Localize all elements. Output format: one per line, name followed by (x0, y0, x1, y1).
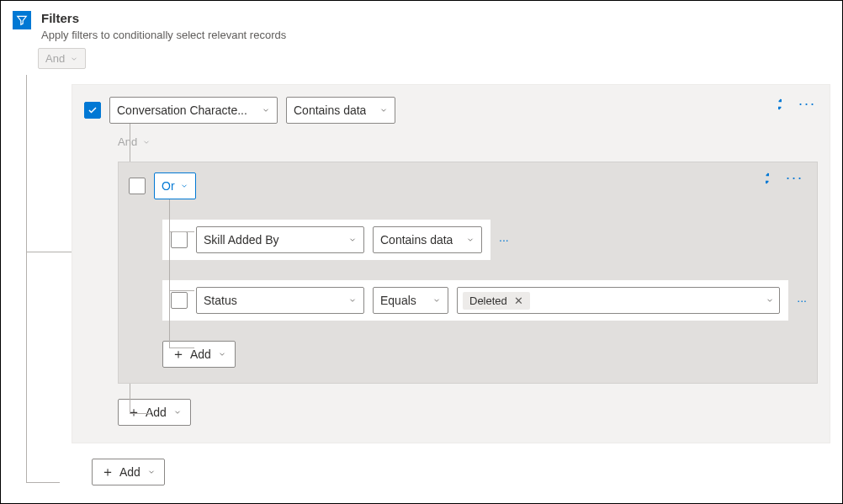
remove-tag-icon[interactable]: ✕ (514, 294, 523, 307)
add-root-button[interactable]: ＋ Add (92, 459, 165, 485)
chevron-down-icon (348, 236, 357, 244)
add-label: Add (146, 406, 167, 419)
field-select-skill-added-by[interactable]: Skill Added By (196, 226, 364, 253)
condition-label: Contains data (294, 103, 366, 117)
page-subtitle: Apply filters to conditionally select re… (41, 29, 286, 41)
condition-checkbox[interactable] (171, 231, 188, 248)
chevron-down-icon (147, 468, 156, 476)
chevron-down-icon (379, 106, 388, 114)
add-label: Add (119, 465, 140, 479)
chevron-down-icon (180, 182, 188, 190)
value-tag-deleted: Deleted ✕ (463, 292, 530, 310)
root-operator-label: And (45, 52, 65, 65)
condition-row: Status Equals Deleted ✕ (162, 280, 788, 321)
more-actions-button[interactable]: ··· (798, 95, 816, 113)
condition-select-equals[interactable]: Equals (373, 287, 448, 314)
chevron-down-icon (262, 106, 270, 114)
condition-row: Skill Added By Contains data (162, 220, 490, 260)
add-label: Add (190, 347, 211, 361)
group-2-operator-dropdown[interactable]: Or (154, 172, 196, 199)
plus-icon: ＋ (101, 464, 114, 481)
field-label: Status (204, 294, 237, 307)
value-select[interactable]: Deleted ✕ (457, 287, 780, 314)
filter-group-2: ··· Or Skill Added By (118, 162, 818, 384)
group-2-checkbox[interactable] (129, 178, 146, 194)
more-actions-button[interactable]: ··· (786, 169, 803, 187)
group-1-checkbox[interactable] (84, 102, 101, 119)
chevron-down-icon (218, 350, 226, 358)
operator-label: And (118, 135, 137, 148)
value-label: Deleted (469, 294, 507, 307)
filter-group-1: ··· Conversation Characte... Contains da… (72, 84, 830, 443)
row-more-actions[interactable]: ··· (797, 294, 807, 307)
condition-select[interactable]: Contains data (373, 226, 482, 253)
field-select-status[interactable]: Status (196, 287, 364, 314)
field-select-conversation[interactable]: Conversation Characte... (109, 97, 278, 124)
page-title: Filters (41, 11, 286, 25)
filter-icon (13, 11, 31, 29)
condition-label: Contains data (380, 233, 453, 247)
chevron-down-icon (70, 55, 78, 63)
field-label: Skill Added By (204, 233, 279, 247)
root-operator-dropdown[interactable]: And (38, 48, 86, 69)
operator-label: Or (162, 179, 175, 193)
chevron-down-icon (142, 138, 151, 146)
collapse-icon[interactable] (773, 98, 787, 111)
chevron-down-icon (348, 296, 357, 305)
chevron-down-icon (432, 296, 441, 305)
collapse-icon[interactable] (761, 172, 774, 185)
condition-label: Equals (380, 294, 416, 307)
group-1-operator-dropdown[interactable]: And (118, 135, 151, 148)
field-label: Conversation Characte... (117, 103, 247, 117)
add-condition-button[interactable]: ＋ Add (162, 341, 236, 368)
condition-select-contains-data[interactable]: Contains data (286, 97, 395, 124)
chevron-down-icon (466, 236, 475, 244)
condition-checkbox[interactable] (171, 292, 188, 309)
chevron-down-icon (173, 408, 182, 416)
row-more-actions[interactable]: ··· (499, 233, 509, 247)
chevron-down-icon (766, 296, 774, 305)
